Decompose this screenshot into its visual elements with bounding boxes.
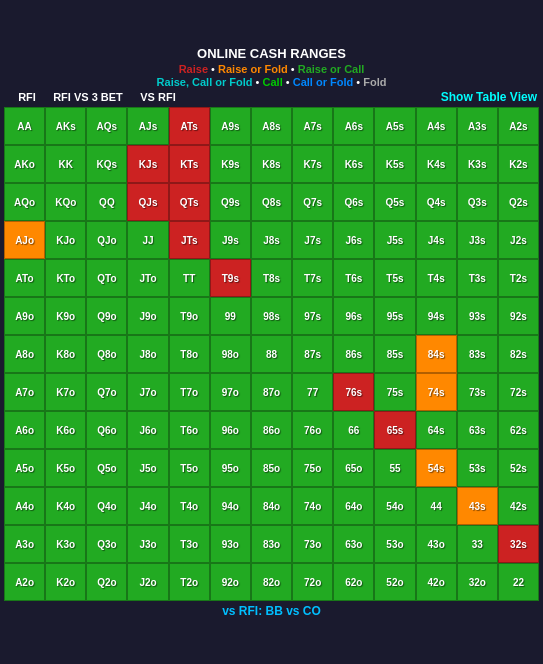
table-cell: 97s bbox=[292, 297, 333, 335]
table-cell: QJo bbox=[86, 221, 127, 259]
table-cell: AJs bbox=[127, 107, 168, 145]
table-cell: 63o bbox=[333, 525, 374, 563]
rfi-vs-3bet-label: RFI VS 3 BET bbox=[48, 91, 128, 103]
table-cell: 32o bbox=[457, 563, 498, 601]
table-cell: 96o bbox=[210, 411, 251, 449]
table-cell: J2s bbox=[498, 221, 539, 259]
table-cell: 95o bbox=[210, 449, 251, 487]
table-cell: J2o bbox=[127, 563, 168, 601]
rfi-label: RFI bbox=[6, 91, 48, 103]
table-cell: 85s bbox=[374, 335, 415, 373]
table-cell: 63s bbox=[457, 411, 498, 449]
table-cell: 92s bbox=[498, 297, 539, 335]
table-cell: 55 bbox=[374, 449, 415, 487]
table-cell: K2s bbox=[498, 145, 539, 183]
table-cell: Q2o bbox=[86, 563, 127, 601]
grid-row: AToKToQToJToTTT9sT8sT7sT6sT5sT4sT3sT2s bbox=[4, 259, 539, 297]
legend-line-1: Raise • Raise or Fold • Raise or Call bbox=[4, 63, 539, 75]
table-cell: 65o bbox=[333, 449, 374, 487]
table-cell: T5s bbox=[374, 259, 415, 297]
table-cell: J7s bbox=[292, 221, 333, 259]
table-cell: 86o bbox=[251, 411, 292, 449]
table-cell: QQ bbox=[86, 183, 127, 221]
table-cell: 76s bbox=[333, 373, 374, 411]
table-cell: A4o bbox=[4, 487, 45, 525]
table-cell: 43s bbox=[457, 487, 498, 525]
table-cell: Q4o bbox=[86, 487, 127, 525]
table-cell: QJs bbox=[127, 183, 168, 221]
table-cell: K7o bbox=[45, 373, 86, 411]
grid-row: A2oK2oQ2oJ2oT2o92o82o72o62o52o42o32o22 bbox=[4, 563, 539, 601]
raise-label: Raise bbox=[179, 63, 208, 75]
table-cell: 84s bbox=[416, 335, 457, 373]
page-title: ONLINE CASH RANGES bbox=[4, 46, 539, 61]
table-cell: 22 bbox=[498, 563, 539, 601]
table-cell: K4s bbox=[416, 145, 457, 183]
table-cell: Q4s bbox=[416, 183, 457, 221]
table-cell: K6o bbox=[45, 411, 86, 449]
table-cell: 74o bbox=[292, 487, 333, 525]
table-cell: Q8s bbox=[251, 183, 292, 221]
table-cell: AQs bbox=[86, 107, 127, 145]
table-cell: T2s bbox=[498, 259, 539, 297]
grid-row: AJoKJoQJoJJJTsJ9sJ8sJ7sJ6sJ5sJ4sJ3sJ2s bbox=[4, 221, 539, 259]
table-cell: J4s bbox=[416, 221, 457, 259]
table-cell: K2o bbox=[45, 563, 86, 601]
table-cell: K3s bbox=[457, 145, 498, 183]
table-cell: 83s bbox=[457, 335, 498, 373]
table-cell: Q3s bbox=[457, 183, 498, 221]
table-cell: 64s bbox=[416, 411, 457, 449]
table-cell: KQs bbox=[86, 145, 127, 183]
table-cell: 52s bbox=[498, 449, 539, 487]
table-cell: QTs bbox=[169, 183, 210, 221]
table-cell: K7s bbox=[292, 145, 333, 183]
table-cell: 84o bbox=[251, 487, 292, 525]
table-cell: A6o bbox=[4, 411, 45, 449]
table-cell: ATs bbox=[169, 107, 210, 145]
table-cell: 93s bbox=[457, 297, 498, 335]
table-cell: A9s bbox=[210, 107, 251, 145]
table-cell: Q5o bbox=[86, 449, 127, 487]
fold-label: Fold bbox=[363, 76, 386, 88]
table-cell: T6s bbox=[333, 259, 374, 297]
table-cell: 53o bbox=[374, 525, 415, 563]
raise-or-fold-label: Raise or Fold bbox=[218, 63, 288, 75]
grid-row: A3oK3oQ3oJ3oT3o93o83o73o63o53o43o3332s bbox=[4, 525, 539, 563]
table-cell: Q9o bbox=[86, 297, 127, 335]
table-cell: K5o bbox=[45, 449, 86, 487]
grid-row: A6oK6oQ6oJ6oT6o96o86o76o6665s64s63s62s bbox=[4, 411, 539, 449]
table-cell: 33 bbox=[457, 525, 498, 563]
table-cell: T5o bbox=[169, 449, 210, 487]
show-table-button[interactable]: Show Table View bbox=[441, 90, 537, 104]
table-cell: 93o bbox=[210, 525, 251, 563]
table-cell: AJo bbox=[4, 221, 45, 259]
table-cell: 73o bbox=[292, 525, 333, 563]
table-cell: KJo bbox=[45, 221, 86, 259]
call-label: Call bbox=[263, 76, 283, 88]
grid-row: AKoKKKQsKJsKTsK9sK8sK7sK6sK5sK4sK3sK2s bbox=[4, 145, 539, 183]
table-cell: 94s bbox=[416, 297, 457, 335]
table-cell: A3o bbox=[4, 525, 45, 563]
table-cell: A8o bbox=[4, 335, 45, 373]
table-cell: K6s bbox=[333, 145, 374, 183]
table-cell: T8s bbox=[251, 259, 292, 297]
table-cell: 96s bbox=[333, 297, 374, 335]
table-cell: 54s bbox=[416, 449, 457, 487]
table-cell: J5s bbox=[374, 221, 415, 259]
top-bar: RFI RFI VS 3 BET VS RFI Show Table View bbox=[4, 90, 539, 104]
grid-row: A8oK8oQ8oJ8oT8o98o8887s86s85s84s83s82s bbox=[4, 335, 539, 373]
table-cell: 98o bbox=[210, 335, 251, 373]
table-cell: T6o bbox=[169, 411, 210, 449]
table-cell: Q8o bbox=[86, 335, 127, 373]
table-cell: KJs bbox=[127, 145, 168, 183]
table-cell: KTs bbox=[169, 145, 210, 183]
legend-line-2: Raise, Call or Fold • Call • Call or Fol… bbox=[4, 76, 539, 88]
raise-call-fold-label: Raise, Call or Fold bbox=[157, 76, 253, 88]
table-cell: A9o bbox=[4, 297, 45, 335]
table-cell: T2o bbox=[169, 563, 210, 601]
table-cell: ATo bbox=[4, 259, 45, 297]
table-cell: K9o bbox=[45, 297, 86, 335]
table-cell: T9s bbox=[210, 259, 251, 297]
table-cell: 82s bbox=[498, 335, 539, 373]
table-cell: A5s bbox=[374, 107, 415, 145]
